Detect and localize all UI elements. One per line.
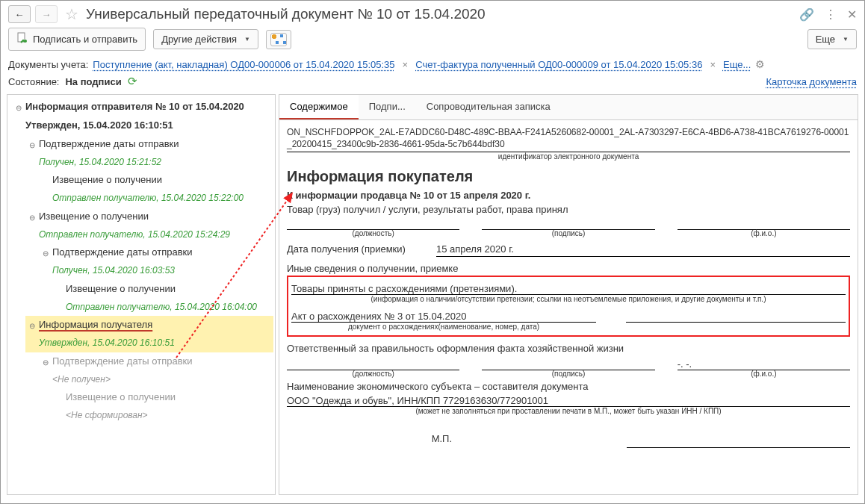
other-actions-button[interactable]: Другие действия bbox=[153, 29, 258, 49]
discrepancy-extra bbox=[626, 311, 846, 323]
doc-id: ON_NSCHFDOPPOK_2AL-E7ADDC60-D48C-489C-BB… bbox=[287, 126, 850, 152]
sign-send-icon bbox=[16, 32, 28, 46]
events-tree[interactable]: ⊖Информация отправителя № 10 от 15.04.20… bbox=[7, 94, 276, 495]
doc-link-more[interactable]: Еще... bbox=[723, 59, 751, 70]
tab-content[interactable]: Содержимое bbox=[279, 95, 359, 119]
link-icon[interactable]: 🔗 bbox=[799, 7, 814, 22]
doc-link-1-remove[interactable]: × bbox=[400, 59, 412, 70]
status-value: На подписи bbox=[65, 76, 121, 87]
refresh-icon[interactable]: ⟳ bbox=[128, 75, 137, 88]
date-label: Дата получения (приемки) bbox=[287, 243, 421, 257]
sig-signature: (подпись) bbox=[482, 220, 654, 230]
other-actions-label: Другие действия bbox=[161, 34, 237, 45]
sign-send-label: Подписать и отправить bbox=[33, 34, 137, 45]
document-viewer: ON_NSCHFDOPPOK_2AL-E7ADDC60-D48C-489C-BB… bbox=[279, 120, 858, 494]
nav-back-button[interactable]: ← bbox=[8, 5, 31, 23]
doc-received-line: Товар (груз) получил / услуги, результат… bbox=[287, 204, 850, 215]
kebab-icon[interactable]: ⋮ bbox=[825, 7, 837, 22]
tree-node-1[interactable]: ⊖Подтверждение даты отправки bbox=[25, 135, 273, 154]
discrepancy-doc: Акт о расхождениях № 3 от 15.04.2020 bbox=[291, 311, 596, 323]
doc-link-1[interactable]: Поступление (акт, накладная) ОД00-000006… bbox=[93, 59, 394, 70]
tree-node-7[interactable]: ⊖Подтверждение даты отправки bbox=[39, 352, 273, 371]
doc-link-2[interactable]: Счет-фактура полученный ОД00-000009 от 1… bbox=[415, 59, 702, 70]
tree-node-3-status: Отправлен получателю, 15.04.2020 15:24:2… bbox=[39, 229, 270, 241]
other-info-label: Иные сведения о получении, приемке bbox=[287, 263, 850, 274]
tree-node-buyer-info-status: Утвержден, 15.04.2020 16:10:51 bbox=[39, 337, 270, 349]
sign-send-button[interactable]: Подписать и отправить bbox=[8, 28, 146, 51]
tab-signatures[interactable]: Подпи... bbox=[359, 95, 416, 119]
resp-signature: (подпись) bbox=[482, 358, 654, 370]
tree-root-status: Утвержден, 15.04.2020 16:10:51 bbox=[12, 116, 273, 135]
discrepancy-text: Товары приняты с расхождениями (претензи… bbox=[291, 283, 846, 295]
tree-node-2[interactable]: Извещение о получении bbox=[39, 171, 273, 190]
resp-position: (должность) bbox=[287, 358, 459, 370]
more-button[interactable]: Еще bbox=[807, 29, 857, 49]
card-link[interactable]: Карточка документа bbox=[766, 76, 857, 87]
discrepancy-highlight: Товары приняты с расхождениями (претензи… bbox=[287, 276, 850, 337]
close-icon[interactable]: ✕ bbox=[847, 7, 857, 22]
tree-node-2-status: Отправлен получателю, 15.04.2020 15:22:0… bbox=[52, 193, 270, 205]
tree-node-1-status: Получен, 15.04.2020 15:21:52 bbox=[39, 157, 270, 169]
favorite-star-icon[interactable]: ☆ bbox=[62, 5, 81, 23]
stamp-placeholder: М.П. bbox=[287, 433, 597, 444]
responsible-label: Ответственный за правильность оформления… bbox=[287, 343, 850, 354]
tree-node-7-status: <Не получен> bbox=[52, 374, 270, 386]
org-chart-icon bbox=[270, 33, 287, 46]
page-title: Универсальный передаточный документ № 10… bbox=[86, 6, 795, 22]
org-caption: (может не заполняться при проставлении п… bbox=[287, 407, 850, 415]
tree-node-4[interactable]: ⊖Подтверждение даты отправки bbox=[39, 243, 273, 262]
tree-root[interactable]: ⊖Информация отправителя № 10 от 15.04.20… bbox=[12, 98, 273, 116]
nav-fwd-button[interactable]: → bbox=[35, 5, 58, 23]
date-value: 15 апреля 2020 г. bbox=[436, 243, 850, 257]
more-label: Еще bbox=[816, 34, 835, 45]
org-chart-button[interactable] bbox=[266, 30, 291, 49]
tree-node-3[interactable]: ⊖Извещение о получении bbox=[25, 208, 273, 226]
tree-node-8[interactable]: Извещение о получении bbox=[52, 388, 273, 407]
discrepancy-caption: (информация о наличии/отсутствии претенз… bbox=[291, 295, 846, 303]
docs-label: Документы учета: bbox=[8, 59, 88, 70]
docs-gear-icon[interactable]: ⚙ bbox=[755, 58, 765, 70]
tree-node-buyer-info[interactable]: ⊖Информация получателя bbox=[25, 316, 273, 335]
doc-ref: К информации продавца № 10 от 15 апреля … bbox=[287, 190, 850, 201]
doc-title: Информация покупателя bbox=[287, 168, 850, 185]
tree-node-8-status: <Не сформирован> bbox=[66, 410, 270, 422]
sig-name: (ф.и.о.) bbox=[678, 220, 850, 230]
discrepancy-doc-caption: документ о расхождениях(наименование, но… bbox=[291, 323, 596, 331]
tab-cover-note[interactable]: Сопроводительная записка bbox=[416, 95, 561, 119]
stamp-line bbox=[627, 436, 850, 448]
svg-point-1 bbox=[24, 40, 27, 43]
tree-node-4-status: Получен, 15.04.2020 16:03:53 bbox=[52, 265, 270, 277]
org-label: Наименование экономического субъекта – с… bbox=[287, 381, 850, 392]
doc-link-2-remove[interactable]: × bbox=[707, 59, 719, 70]
status-label: Состояние: bbox=[8, 76, 59, 87]
sig-position: (должность) bbox=[287, 220, 459, 230]
tree-node-5[interactable]: Извещение о получении bbox=[52, 280, 273, 299]
resp-name: -. -.(ф.и.о.) bbox=[678, 358, 850, 370]
org-value: ООО "Одежда и обувь", ИНН/КПП 7729163630… bbox=[287, 395, 850, 407]
tree-node-5-status: Отправлен получателю, 15.04.2020 16:04:0… bbox=[66, 302, 270, 314]
doc-id-caption: идентификатор электронного документа bbox=[287, 152, 850, 161]
